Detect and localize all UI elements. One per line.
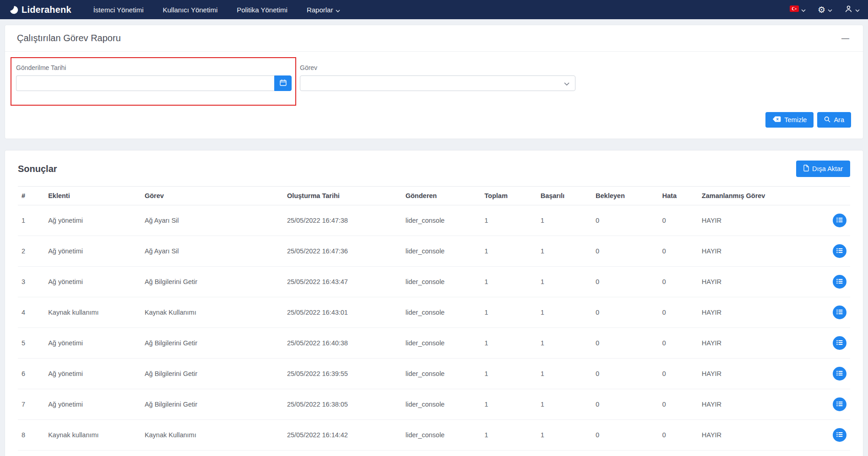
cell-waiting: 0 <box>592 205 658 236</box>
cell-index: 2 <box>18 236 44 267</box>
col-header-created: Oluşturma Tarihi <box>283 187 402 205</box>
cell-error: 0 <box>659 328 698 359</box>
cell-total: 1 <box>481 328 537 359</box>
cell-index: 5 <box>18 328 44 359</box>
export-button[interactable]: Dışa Aktar <box>796 161 850 177</box>
cell-total: 1 <box>481 205 537 236</box>
nav-item-kullanici-yonetimi[interactable]: Kullanıcı Yönetimi <box>163 6 217 14</box>
cell-index: 9 <box>18 451 44 456</box>
table-row: 6 Ağ yönetimi Ağ Bilgilerini Getir 25/05… <box>18 359 850 389</box>
cell-plugin: Ağ yönetimi <box>44 328 141 359</box>
cell-index: 7 <box>18 389 44 420</box>
language-select[interactable] <box>790 5 806 14</box>
clear-button[interactable]: Temizle <box>765 112 814 128</box>
table-row: 1 Ağ yönetimi Ağ Ayarı Sil 25/05/2022 16… <box>18 205 850 236</box>
cell-sender: lider_console <box>402 420 481 451</box>
results-table-body: 1 Ağ yönetimi Ağ Ayarı Sil 25/05/2022 16… <box>18 205 850 456</box>
cell-sender: lider_console <box>402 389 481 420</box>
cell-error: 0 <box>659 297 698 328</box>
col-header-scheduled: Zamanlanmış Görev <box>698 187 818 205</box>
cell-scheduled: HAYIR <box>698 328 818 359</box>
nav-item-istemci-yonetimi[interactable]: İstemci Yönetimi <box>93 6 144 14</box>
row-detail-button[interactable] <box>833 336 846 350</box>
date-filter-label: Gönderilme Tarihi <box>16 64 292 71</box>
task-filter-label: Görev <box>300 64 575 71</box>
row-detail-button[interactable] <box>833 275 846 289</box>
cell-total: 1 <box>481 420 537 451</box>
calendar-button[interactable] <box>274 75 292 91</box>
cell-total: 1 <box>481 236 537 267</box>
row-detail-button[interactable] <box>833 244 846 258</box>
cell-sender: lider_console <box>402 359 481 389</box>
results-card: Sonuçlar Dışa Aktar # Eklenti Görev Oluş… <box>5 150 863 456</box>
table-header-row: # Eklenti Görev Oluşturma Tarihi Göndere… <box>18 187 850 205</box>
cell-plugin: Ağ yönetimi <box>44 236 141 267</box>
cell-sender: lider_console <box>402 451 481 456</box>
cell-created: 25/05/2022 16:47:36 <box>283 236 402 267</box>
cell-index: 8 <box>18 420 44 451</box>
cell-index: 1 <box>18 205 44 236</box>
cell-created: 25/05/2022 16:47:38 <box>283 205 402 236</box>
filter-actions: Temizle Ara <box>11 112 855 128</box>
cell-scheduled: HAYIR <box>698 205 818 236</box>
cell-success: 1 <box>537 236 592 267</box>
list-icon <box>836 340 843 347</box>
table-row: 4 Kaynak kullanımı Kaynak Kullanımı 25/0… <box>18 297 850 328</box>
row-detail-button[interactable] <box>833 428 846 442</box>
cell-sender: lider_console <box>402 297 481 328</box>
date-input[interactable] <box>16 75 274 91</box>
chevron-down-icon <box>801 5 806 14</box>
cell-success: 1 <box>537 420 592 451</box>
cell-sender: lider_console <box>402 205 481 236</box>
cell-scheduled: HAYIR <box>698 389 818 420</box>
task-select[interactable] <box>300 75 575 91</box>
row-detail-button[interactable] <box>833 397 846 411</box>
collapse-card-button[interactable]: — <box>840 34 851 43</box>
settings-menu[interactable]: ⚙ <box>818 5 832 14</box>
nav-item-politika-yonetimi[interactable]: Politika Yönetimi <box>237 6 288 14</box>
cell-sender: lider_console <box>402 267 481 297</box>
table-row: 9 Kaynak kullanımı İstemci Bilgilerini G… <box>18 451 850 456</box>
cell-created: 25/05/2022 16:40:38 <box>283 328 402 359</box>
cell-waiting: 0 <box>592 267 658 297</box>
cell-task: Ağ Ayarı Sil <box>141 205 283 236</box>
cell-error: 0 <box>659 420 698 451</box>
brand[interactable]: Liderahenk <box>8 5 71 15</box>
cell-waiting: 0 <box>592 236 658 267</box>
list-icon <box>836 309 843 316</box>
search-button[interactable]: Ara <box>817 112 851 128</box>
row-detail-button[interactable] <box>833 306 846 319</box>
table-row: 8 Kaynak kullanımı Kaynak Kullanımı 25/0… <box>18 420 850 451</box>
cell-total: 1 <box>481 389 537 420</box>
gear-icon: ⚙ <box>818 5 825 14</box>
list-icon <box>836 279 843 285</box>
cell-created: 25/05/2022 16:38:05 <box>283 389 402 420</box>
cell-total: 1 <box>481 297 537 328</box>
chevron-down-icon <box>336 6 340 14</box>
clear-icon <box>772 116 781 123</box>
results-table: # Eklenti Görev Oluşturma Tarihi Göndere… <box>18 186 850 456</box>
cell-waiting: 0 <box>592 420 658 451</box>
cell-success: 1 <box>537 328 592 359</box>
cell-scheduled: HAYIR <box>698 451 818 456</box>
turkish-flag-icon <box>790 5 799 14</box>
col-header-plugin: Eklenti <box>44 187 141 205</box>
results-title: Sonuçlar <box>18 164 57 174</box>
row-detail-button[interactable] <box>833 367 846 381</box>
cell-waiting: 0 <box>592 359 658 389</box>
cell-scheduled: HAYIR <box>698 297 818 328</box>
cell-success: 1 <box>537 297 592 328</box>
report-card-body: Gönderilme Tarihi Görev <box>5 52 863 139</box>
cell-waiting: 0 <box>592 451 658 456</box>
date-filter-highlight: Gönderilme Tarihi <box>11 57 296 106</box>
cell-error: 0 <box>659 267 698 297</box>
cell-plugin: Ağ yönetimi <box>44 267 141 297</box>
nav-item-raporlar[interactable]: Raporlar <box>307 6 341 14</box>
row-detail-button[interactable] <box>833 214 846 227</box>
table-row: 5 Ağ yönetimi Ağ Bilgilerini Getir 25/05… <box>18 328 850 359</box>
file-export-icon <box>803 165 809 173</box>
list-icon <box>836 248 843 255</box>
cell-total: 1 <box>481 359 537 389</box>
cell-task: İstemci Bilgilerini Güncelle <box>141 451 283 456</box>
user-menu[interactable] <box>844 5 860 15</box>
